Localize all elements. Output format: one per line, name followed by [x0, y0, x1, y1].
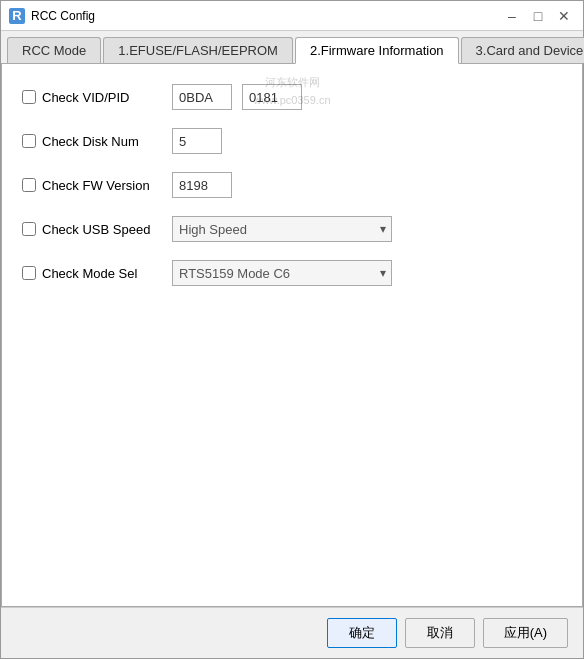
cancel-button[interactable]: 取消 [405, 618, 475, 648]
disk-num-input[interactable] [172, 128, 222, 154]
tab-rcc-mode[interactable]: RCC Mode [7, 37, 101, 63]
vid-input[interactable] [172, 84, 232, 110]
apply-button[interactable]: 应用(A) [483, 618, 568, 648]
usb-speed-select[interactable]: High Speed Full Speed Super Speed [172, 216, 392, 242]
row-disk-num: Check Disk Num [22, 128, 562, 154]
mode-sel-select[interactable]: RTS5159 Mode C6 RTS5159 Mode C5 RTS5159 … [172, 260, 392, 286]
fw-version-input[interactable] [172, 172, 232, 198]
check-fw-version-label[interactable]: Check FW Version [22, 178, 162, 193]
close-button[interactable]: ✕ [553, 5, 575, 27]
tab-efuse[interactable]: 1.EFUSE/FLASH/EEPROM [103, 37, 293, 63]
window-controls: – □ ✕ [501, 5, 575, 27]
pid-input[interactable] [242, 84, 302, 110]
row-vid-pid: Check VID/PID [22, 84, 562, 110]
tab-firmware[interactable]: 2.Firmware Information [295, 37, 459, 64]
row-usb-speed: Check USB Speed High Speed Full Speed Su… [22, 216, 562, 242]
check-mode-sel-checkbox[interactable] [22, 266, 36, 280]
check-usb-speed-checkbox[interactable] [22, 222, 36, 236]
check-vid-pid-label[interactable]: Check VID/PID [22, 90, 162, 105]
check-usb-speed-label[interactable]: Check USB Speed [22, 222, 162, 237]
usb-speed-select-wrapper: High Speed Full Speed Super Speed [172, 216, 392, 242]
check-mode-sel-label[interactable]: Check Mode Sel [22, 266, 162, 281]
app-icon: R [9, 8, 25, 24]
main-window: R RCC Config – □ ✕ RCC Mode 1.EFUSE/FLAS… [0, 0, 584, 659]
row-fw-version: Check FW Version [22, 172, 562, 198]
check-disk-num-label[interactable]: Check Disk Num [22, 134, 162, 149]
window-title: RCC Config [31, 9, 95, 23]
confirm-button[interactable]: 确定 [327, 618, 397, 648]
minimize-button[interactable]: – [501, 5, 523, 27]
maximize-button[interactable]: □ [527, 5, 549, 27]
content-area: 河东软件网www.pc0359.cn Check VID/PID Check D… [1, 64, 583, 607]
tab-bar: RCC Mode 1.EFUSE/FLASH/EEPROM 2.Firmware… [1, 31, 583, 64]
check-disk-num-checkbox[interactable] [22, 134, 36, 148]
check-vid-pid-checkbox[interactable] [22, 90, 36, 104]
row-mode-sel: Check Mode Sel RTS5159 Mode C6 RTS5159 M… [22, 260, 562, 286]
title-bar-left: R RCC Config [9, 8, 95, 24]
footer: 确定 取消 应用(A) [1, 607, 583, 658]
title-bar: R RCC Config – □ ✕ [1, 1, 583, 31]
check-fw-version-checkbox[interactable] [22, 178, 36, 192]
tab-card-device[interactable]: 3.Card and Device [461, 37, 584, 63]
mode-sel-select-wrapper: RTS5159 Mode C6 RTS5159 Mode C5 RTS5159 … [172, 260, 392, 286]
